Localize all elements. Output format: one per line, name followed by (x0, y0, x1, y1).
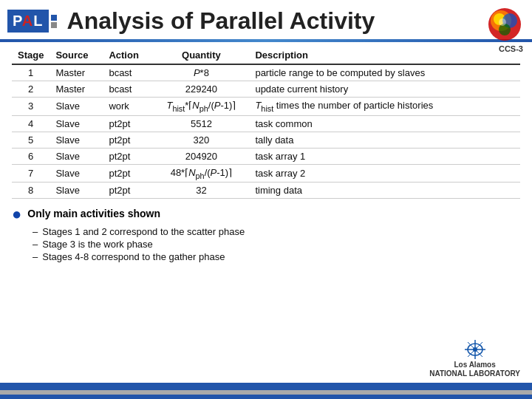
page-title: Analysis of Parallel Activity (67, 7, 520, 35)
bottom-stripe-blue (0, 383, 532, 390)
table-row: 6 Slave pt2pt 204920 task array 1 (12, 148, 520, 164)
table-body: 1 Master bcast P*8 particle range to be … (12, 64, 520, 199)
cell-description: tally data (249, 132, 520, 148)
cell-action: pt2pt (103, 132, 153, 148)
cell-stage: 8 (12, 183, 50, 199)
col-header-stage: Stage (12, 47, 50, 64)
lanl-logo-icon (462, 338, 488, 361)
cell-action: bcast (103, 64, 153, 81)
ccs-logo: CCS-3 (486, 6, 523, 53)
table-row: 4 Slave pt2pt 5512 task common (12, 115, 520, 132)
activity-table: Stage Source Action Quantity Description… (12, 47, 520, 199)
sub-bullet-text-3: Stages 4-8 correspond to the gather phas… (42, 251, 225, 262)
sub-bullet-text-1: Stages 1 and 2 correspond to the scatter… (42, 226, 245, 237)
cell-description: Thist times the number of particle histo… (249, 98, 520, 116)
dash-1: – (33, 226, 38, 237)
sub-bullet-1: – Stages 1 and 2 correspond to the scatt… (33, 226, 520, 237)
dash-2: – (33, 239, 38, 250)
cell-quantity: 204920 (153, 148, 249, 164)
cell-quantity: 320 (153, 132, 249, 148)
cell-action: pt2pt (103, 164, 153, 183)
bullets-section: ● Only main activities shown – Stages 1 … (0, 199, 532, 268)
col-header-quantity: Quantity (153, 47, 249, 64)
cell-quantity: 32 (153, 183, 249, 199)
pal-l: L (33, 13, 43, 29)
cell-description: particle range to be computed by slaves (249, 64, 520, 81)
cell-quantity: Thist*⌈Nph/(P-1)⌉ (153, 98, 249, 116)
bullet-main: ● Only main activities shown (12, 208, 520, 222)
sub-bullet-2: – Stage 3 is the work phase (33, 239, 520, 250)
cell-source: Slave (50, 148, 103, 164)
cell-description: task array 1 (249, 148, 520, 164)
cell-quantity: P*8 (153, 64, 249, 81)
lanl-text: Los Alamos NATIONAL LABORATORY (429, 361, 520, 378)
pal-box: PAL (7, 10, 49, 33)
bottom-bar (0, 383, 532, 399)
cell-action: pt2pt (103, 148, 153, 164)
header: PAL Analysis of Parallel Activity CCS-3 (0, 0, 532, 39)
col-header-source: Source (50, 47, 103, 64)
cell-description: task array 2 (249, 164, 520, 183)
col-header-action: Action (103, 47, 153, 64)
pal-a: A (22, 13, 33, 29)
sub-bullet-3: – Stages 4-8 correspond to the gather ph… (33, 251, 520, 262)
cell-stage: 6 (12, 148, 50, 164)
sub-bullet-text-2: Stage 3 is the work phase (42, 239, 153, 250)
cell-description: task common (249, 115, 520, 132)
col-header-description: Description (249, 47, 520, 64)
pal-stripe (51, 15, 57, 28)
cell-stage: 1 (12, 64, 50, 81)
ccs-label: CCS-3 (499, 44, 523, 53)
cell-source: Slave (50, 115, 103, 132)
cell-source: Slave (50, 98, 103, 116)
bullet-main-text: Only main activities shown (27, 208, 160, 219)
cell-source: Master (50, 81, 103, 98)
svg-point-11 (473, 347, 477, 352)
table-row: 7 Slave pt2pt 48*⌈Nph/(P-1)⌉ task array … (12, 164, 520, 183)
bullet-dot: ● (12, 206, 21, 222)
cell-stage: 3 (12, 98, 50, 116)
cell-stage: 7 (12, 164, 50, 183)
header-divider (0, 39, 532, 42)
bottom-stripe-blue2 (0, 395, 532, 399)
pal-stripe-bar2 (51, 22, 57, 28)
cell-action: work (103, 98, 153, 116)
cell-quantity: 229240 (153, 81, 249, 98)
sub-bullets: – Stages 1 and 2 correspond to the scatt… (12, 226, 520, 262)
cell-stage: 4 (12, 115, 50, 132)
pal-stripe-bar1 (51, 15, 57, 21)
cell-source: Slave (50, 164, 103, 183)
cell-action: pt2pt (103, 115, 153, 132)
cell-action: pt2pt (103, 183, 153, 199)
cell-action: bcast (103, 81, 153, 98)
table-header-row: Stage Source Action Quantity Description (12, 47, 520, 64)
ccs-logo-icon (486, 6, 523, 43)
pal-logo: PAL (7, 10, 57, 33)
table-row: 8 Slave pt2pt 32 timing data (12, 183, 520, 199)
table-row: 5 Slave pt2pt 320 tally data (12, 132, 520, 148)
cell-description: timing data (249, 183, 520, 199)
lanl-line2: NATIONAL LABORATORY (429, 369, 520, 378)
cell-source: Slave (50, 132, 103, 148)
cell-stage: 5 (12, 132, 50, 148)
cell-quantity: 48*⌈Nph/(P-1)⌉ (153, 164, 249, 183)
dash-3: – (33, 251, 38, 262)
cell-quantity: 5512 (153, 115, 249, 132)
pal-text: P (13, 13, 22, 29)
svg-point-5 (499, 18, 506, 26)
svg-point-4 (499, 24, 511, 35)
table-row: 2 Master bcast 229240 update current his… (12, 81, 520, 98)
lanl-logo: Los Alamos NATIONAL LABORATORY (429, 338, 520, 378)
lanl-line1: Los Alamos (454, 361, 495, 369)
cell-source: Slave (50, 183, 103, 199)
table-container: Stage Source Action Quantity Description… (0, 47, 532, 199)
cell-source: Master (50, 64, 103, 81)
table-row: 1 Master bcast P*8 particle range to be … (12, 64, 520, 81)
table-row: 3 Slave work Thist*⌈Nph/(P-1)⌉ Thist tim… (12, 98, 520, 116)
cell-description: update current history (249, 81, 520, 98)
cell-stage: 2 (12, 81, 50, 98)
